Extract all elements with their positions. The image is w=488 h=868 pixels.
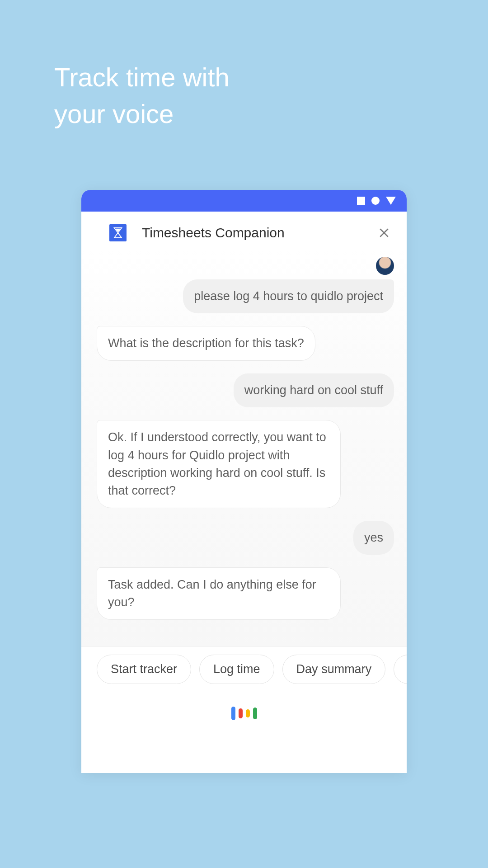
status-square-icon xyxy=(357,197,365,205)
chat-area: please log 4 hours to quidlo project Wha… xyxy=(81,250,407,646)
message-user: please log 4 hours to quidlo project xyxy=(183,279,394,313)
message-text: What is the description for this task? xyxy=(108,336,304,350)
message-assistant: Task added. Can I do anything else for y… xyxy=(97,567,341,620)
headline: Track time with your voice xyxy=(54,59,230,132)
status-triangle-icon xyxy=(386,197,396,205)
message-text: Task added. Can I do anything else for y… xyxy=(108,578,316,609)
suggestion-row[interactable]: Start tracker Log time Day summary S xyxy=(81,646,407,684)
app-title: Timesheets Companion xyxy=(142,225,361,241)
hourglass-icon xyxy=(109,224,127,241)
user-avatar xyxy=(376,257,394,275)
headline-line-2: your voice xyxy=(54,95,230,132)
app-header: Timesheets Companion xyxy=(81,212,407,250)
chip-label: Day summary xyxy=(296,662,372,676)
mic-area[interactable] xyxy=(81,684,407,720)
suggestion-chip-day-summary[interactable]: Day summary xyxy=(282,655,386,684)
message-assistant: What is the description for this task? xyxy=(97,326,315,361)
dot-red xyxy=(239,708,243,718)
dot-green xyxy=(253,708,257,719)
status-circle-icon xyxy=(371,197,380,205)
message-assistant: Ok. If I understood correctly, you want … xyxy=(97,420,341,508)
message-user: working hard on cool stuff xyxy=(234,373,394,407)
chip-label: Log time xyxy=(213,662,260,676)
dot-yellow xyxy=(246,709,250,717)
suggestion-chip-start-tracker[interactable]: Start tracker xyxy=(97,655,191,684)
avatar-row xyxy=(97,257,396,275)
dot-blue xyxy=(231,707,235,720)
message-text: yes xyxy=(364,531,383,544)
message-user: yes xyxy=(353,521,394,555)
google-assistant-icon xyxy=(231,707,257,720)
status-bar xyxy=(81,190,407,212)
close-icon xyxy=(378,227,390,239)
close-button[interactable] xyxy=(377,226,391,240)
suggestion-chip-log-time[interactable]: Log time xyxy=(199,655,274,684)
device-frame: Timesheets Companion please log 4 hours … xyxy=(81,190,407,773)
chip-label: Start tracker xyxy=(111,662,177,676)
message-text: working hard on cool stuff xyxy=(244,383,383,397)
suggestion-chip-partial[interactable]: S xyxy=(394,655,407,684)
headline-line-1: Track time with xyxy=(54,59,230,95)
message-text: please log 4 hours to quidlo project xyxy=(194,289,383,303)
message-text: Ok. If I understood correctly, you want … xyxy=(108,430,326,497)
